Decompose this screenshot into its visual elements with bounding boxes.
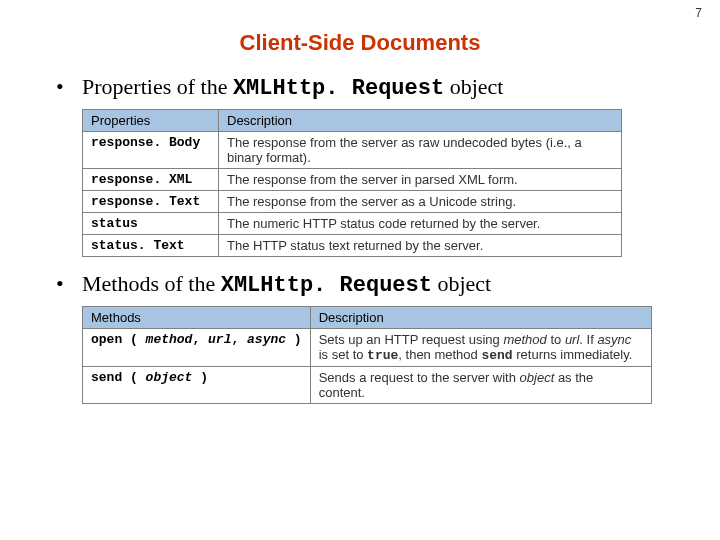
property-desc: The HTTP status text returned by the ser… — [219, 235, 622, 257]
table-row: response. XML The response from the serv… — [83, 169, 622, 191]
property-desc: The response from the server as a Unicod… — [219, 191, 622, 213]
table-row: status The numeric HTTP status code retu… — [83, 213, 622, 235]
table-row: open ( method, url, async ) Sets up an H… — [83, 329, 652, 367]
method-signature: open ( method, url, async ) — [83, 329, 311, 367]
property-name: status — [83, 213, 219, 235]
bullet-properties: • Properties of the XMLHttp. Request obj… — [56, 74, 660, 101]
table-row: response. Body The response from the ser… — [83, 132, 622, 169]
table-header-row: Properties Description — [83, 110, 622, 132]
property-desc: The response from the server as raw unde… — [219, 132, 622, 169]
method-desc: Sends a request to the server with objec… — [310, 367, 651, 404]
table-row: status. Text The HTTP status text return… — [83, 235, 622, 257]
properties-col2-header: Description — [219, 110, 622, 132]
bullet-methods: • Methods of the XMLHttp. Request object — [56, 271, 660, 298]
bullet1-suffix: object — [444, 74, 503, 99]
properties-table: Properties Description response. Body Th… — [82, 109, 622, 257]
methods-col1-header: Methods — [83, 307, 311, 329]
property-name: status. Text — [83, 235, 219, 257]
bullet1-prefix: Properties of the — [82, 74, 233, 99]
bullet-dot-icon: • — [56, 74, 82, 100]
table-row: send ( object ) Sends a request to the s… — [83, 367, 652, 404]
properties-col1-header: Properties — [83, 110, 219, 132]
bullet2-prefix: Methods of the — [82, 271, 221, 296]
bullet-dot-icon: • — [56, 271, 82, 297]
method-desc: Sets up an HTTP request using method to … — [310, 329, 651, 367]
bullet2-obj: XMLHttp. Request — [221, 273, 432, 298]
methods-table: Methods Description open ( method, url, … — [82, 306, 652, 404]
property-name: response. XML — [83, 169, 219, 191]
property-desc: The response from the server in parsed X… — [219, 169, 622, 191]
bullet2-suffix: object — [432, 271, 491, 296]
page-title: Client-Side Documents — [0, 30, 720, 56]
methods-col2-header: Description — [310, 307, 651, 329]
page-number: 7 — [695, 6, 702, 20]
table-header-row: Methods Description — [83, 307, 652, 329]
bullet1-obj: XMLHttp. Request — [233, 76, 444, 101]
property-desc: The numeric HTTP status code returned by… — [219, 213, 622, 235]
property-name: response. Body — [83, 132, 219, 169]
method-signature: send ( object ) — [83, 367, 311, 404]
property-name: response. Text — [83, 191, 219, 213]
table-row: response. Text The response from the ser… — [83, 191, 622, 213]
